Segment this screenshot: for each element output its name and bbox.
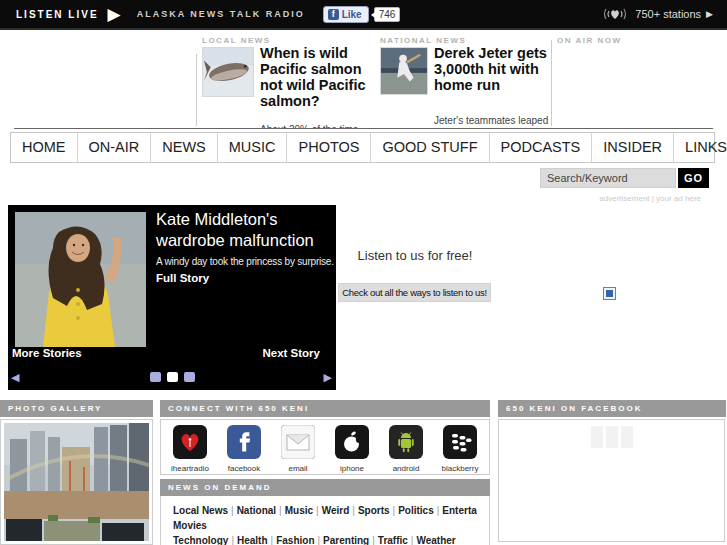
blackberry-icon [443, 425, 477, 459]
carousel-headline[interactable]: Kate Middleton's wardrobe malfunction [156, 209, 334, 251]
separator: | [437, 505, 440, 516]
local-news-label: LOCAL NEWS [202, 36, 271, 45]
news-link-technology[interactable]: Technology [173, 535, 228, 545]
local-news-headline[interactable]: When is wild Pacific salmon not wild Pac… [260, 45, 370, 109]
carousel-subtext: A windy day took the princess by surpris… [156, 256, 334, 267]
news-link-national[interactable]: National [237, 505, 276, 516]
email-icon [281, 425, 315, 459]
news-link-local-news[interactable]: Local News [173, 505, 228, 516]
connect-label: facebook [219, 464, 269, 473]
nav-item-links[interactable]: LINKS [673, 133, 727, 162]
connect-label: android [381, 464, 431, 473]
connect-box: iheartradio facebook email ip [160, 419, 490, 475]
loading-indicator [499, 426, 724, 448]
news-links-line-3: Technology|Health|Fashion|Parenting|Traf… [173, 533, 477, 545]
nav-item-insider[interactable]: INSIDER [591, 133, 673, 162]
connect-item-iphone[interactable]: iphone [327, 425, 377, 473]
connect-label: email [273, 464, 323, 473]
separator: | [316, 505, 319, 516]
separator: | [231, 535, 234, 545]
next-story-link[interactable]: Next Story [262, 347, 320, 359]
nav-item-home[interactable]: HOME [11, 133, 77, 162]
listen-ways-button[interactable]: Check out all the ways to listen to us! [338, 283, 491, 302]
listen-promo-title: Listen to us for free! [340, 248, 490, 263]
news-link-sports[interactable]: Sports [358, 505, 390, 516]
stations-arrow-icon[interactable]: ▶ [706, 9, 713, 19]
photo-gallery-header: PHOTO GALLERY [0, 400, 153, 417]
station-tagline: ALASKA NEWS TALK RADIO [137, 9, 305, 19]
facebook-app-icon [227, 425, 261, 459]
separator: | [231, 505, 234, 516]
separator: | [372, 535, 375, 545]
news-strip: LOCAL NEWS When is wild Pacific salmon n… [0, 32, 727, 128]
news-link-music[interactable]: Music [285, 505, 313, 516]
page: LISTEN LIVE ▶ ALASKA NEWS TALK RADIO f L… [0, 0, 727, 545]
news-link-fashion[interactable]: Fashion [276, 535, 314, 545]
news-on-demand-header: NEWS ON DEMAND [160, 479, 490, 496]
play-icon[interactable]: ▶ [108, 6, 121, 23]
connect-item-android[interactable]: android [381, 425, 431, 473]
carousel-next-icon[interactable]: ▶ [324, 371, 332, 384]
search-input[interactable] [540, 168, 676, 188]
on-air-now-label: ON AIR NOW [557, 36, 621, 45]
separator: | [352, 505, 355, 516]
news-link-traffic[interactable]: Traffic [378, 535, 408, 545]
connect-item-iheartradio[interactable]: iheartradio [165, 425, 215, 473]
connect-label: iheartradio [165, 464, 215, 473]
main-nav: HOME ON-AIR NEWS MUSIC PHOTOS GOOD STUFF… [10, 132, 715, 163]
separator: | [279, 505, 282, 516]
nav-item-podcasts[interactable]: PODCASTS [489, 133, 592, 162]
news-link-weird[interactable]: Weird [322, 505, 350, 516]
more-stories-link[interactable]: More Stories [12, 347, 82, 359]
facebook-like-button[interactable]: f Like [323, 6, 369, 23]
nav-item-photos[interactable]: PHOTOS [286, 133, 370, 162]
national-news-teaser: Jeter's teammates leaped out of the dugo… [434, 114, 554, 128]
nav-item-music[interactable]: MUSIC [217, 133, 287, 162]
photo-gallery-box [0, 419, 153, 545]
stations-link[interactable]: 750+ stations [635, 8, 701, 20]
listen-live-button[interactable]: LISTEN LIVE [16, 9, 99, 20]
connect-header: CONNECT WITH 650 KENI [160, 400, 490, 417]
national-news-headline[interactable]: Derek Jeter gets 3,000th hit with home r… [434, 45, 552, 93]
news-links-line-2: Movies [173, 518, 477, 533]
facebook-icon: f [328, 9, 339, 20]
news-link-movies[interactable]: Movies [173, 520, 207, 531]
like-label: Like [342, 9, 362, 20]
local-news-thumbnail[interactable] [202, 47, 254, 97]
connect-item-email[interactable]: email [273, 425, 323, 473]
facebook-feed-box [498, 419, 725, 542]
connect-label: iphone [327, 464, 377, 473]
divider [14, 128, 713, 129]
iphone-apple-icon [335, 425, 369, 459]
news-link-weather[interactable]: Weather [416, 535, 455, 545]
broken-image-icon [603, 287, 616, 300]
story-carousel: Kate Middleton's wardrobe malfunction A … [8, 205, 336, 390]
news-link-politics[interactable]: Politics [398, 505, 434, 516]
connect-item-blackberry[interactable]: blackberry [435, 425, 485, 473]
separator: | [271, 535, 274, 545]
search-go-button[interactable]: GO [678, 168, 709, 188]
carousel-dot-1[interactable] [150, 372, 161, 382]
news-on-demand-box: Local News|National|Music|Weird|Sports|P… [160, 496, 490, 545]
news-link-health[interactable]: Health [237, 535, 268, 545]
carousel-dot-2[interactable] [167, 372, 178, 382]
national-news-thumbnail[interactable] [380, 47, 428, 95]
nav-item-good-stuff[interactable]: GOOD STUFF [370, 133, 488, 162]
connect-item-facebook[interactable]: facebook [219, 425, 269, 473]
news-links-line-1: Local News|National|Music|Weird|Sports|P… [173, 503, 477, 518]
full-story-link[interactable]: Full Story [156, 272, 209, 284]
nav-item-news[interactable]: NEWS [150, 133, 217, 162]
nav-item-on-air[interactable]: ON-AIR [77, 133, 151, 162]
carousel-photo[interactable] [15, 212, 146, 347]
carousel-dot-3[interactable] [184, 372, 195, 382]
divider [196, 54, 197, 126]
separator: | [393, 505, 396, 516]
carousel-dots [8, 372, 336, 382]
photo-gallery-image[interactable] [4, 423, 149, 541]
news-link-entertainment[interactable]: Entertainment [442, 505, 477, 516]
news-link-parenting[interactable]: Parenting [323, 535, 369, 545]
advertisement-note: advertisement | your ad here [599, 194, 701, 203]
like-count-badge: 746 [374, 7, 401, 22]
national-news-label: NATIONAL NEWS [380, 36, 466, 45]
android-icon [389, 425, 423, 459]
